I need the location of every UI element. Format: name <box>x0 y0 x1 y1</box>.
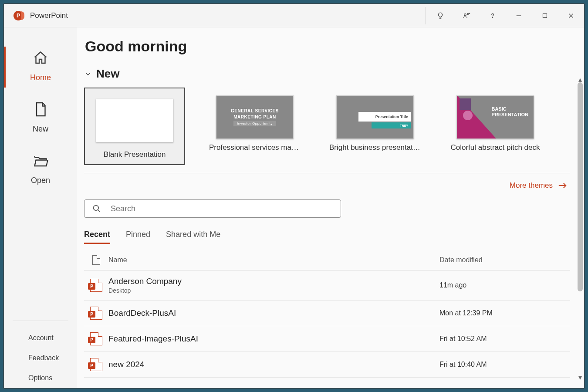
lightbulb-icon[interactable] <box>427 4 453 27</box>
search-box[interactable] <box>84 199 341 218</box>
tab-pinned[interactable]: Pinned <box>126 230 150 244</box>
powerpoint-file-icon: P <box>90 279 102 292</box>
template-thumbnail <box>96 99 173 142</box>
template-blank-presentation[interactable]: Blank Presentation <box>84 88 185 165</box>
sidebar-item-open[interactable]: Open <box>4 144 77 196</box>
sidebar-item-new[interactable]: New <box>4 93 77 144</box>
powerpoint-file-icon: P <box>90 307 102 320</box>
file-date-modified: Fri at 10:52 AM <box>439 335 570 343</box>
template-label: Colorful abstract pitch deck <box>450 143 540 157</box>
svg-point-8 <box>94 206 99 211</box>
template-thumbnail: BASICPRESENTATION <box>456 95 534 139</box>
file-name: new 2024 <box>108 360 439 369</box>
file-name: Featured-Images-PlusAI <box>108 334 439 344</box>
template-colorful-abstract[interactable]: BASICPRESENTATION Colorful abstract pitc… <box>445 88 546 165</box>
minimize-button[interactable] <box>506 4 532 27</box>
home-icon <box>33 50 48 68</box>
search-icon <box>92 204 101 213</box>
template-label: Blank Presentation <box>104 150 166 164</box>
section-collapse-new[interactable]: New <box>84 67 570 81</box>
file-location: Desktop <box>108 287 439 294</box>
main-content: Good morning New Blank Presentation GENE… <box>77 27 584 388</box>
file-list-header: Name Date modified <box>84 252 570 270</box>
more-themes-link[interactable]: More themes <box>84 173 570 199</box>
template-gallery: Blank Presentation GENERAL SERVICES MARK… <box>84 88 570 173</box>
template-thumbnail: Presentation Title TREY <box>336 95 414 139</box>
share-people-icon[interactable] <box>453 4 480 27</box>
powerpoint-app-icon: P <box>14 11 23 20</box>
scroll-up-arrow-icon[interactable]: ▴ <box>577 76 583 82</box>
svg-rect-4 <box>543 14 547 17</box>
template-label: Professional services marke… <box>209 143 301 157</box>
new-file-icon <box>33 101 48 119</box>
file-date-modified: 11m ago <box>439 281 570 289</box>
scrollbar-thumb[interactable] <box>578 82 583 291</box>
divider <box>13 321 68 321</box>
file-date-modified: Mon at 12:39 PM <box>439 309 570 317</box>
sidebar-item-label: New <box>33 125 48 134</box>
sidebar-item-options[interactable]: Options <box>4 368 77 388</box>
vertical-scrollbar[interactable]: ▴ ▾ <box>577 76 583 380</box>
search-input[interactable] <box>111 204 333 213</box>
sidebar-item-home[interactable]: Home <box>4 41 77 93</box>
sidebar-item-label: Home <box>30 73 51 82</box>
file-name: Anderson Company <box>108 277 439 286</box>
more-themes-label: More themes <box>510 181 553 190</box>
svg-line-9 <box>98 210 100 212</box>
help-icon[interactable] <box>480 4 506 27</box>
divider <box>425 7 426 24</box>
open-folder-icon <box>33 153 48 171</box>
app-window: P PowerPoint <box>3 3 585 389</box>
app-name: PowerPoint <box>30 11 68 20</box>
template-bright-business[interactable]: Presentation Title TREY Bright business … <box>324 88 426 165</box>
chevron-down-icon <box>84 70 92 78</box>
column-date-modified[interactable]: Date modified <box>439 256 570 264</box>
powerpoint-file-icon: P <box>90 358 102 371</box>
close-button[interactable] <box>558 4 584 27</box>
template-thumbnail: GENERAL SERVICES MARKETING PLAN Investor… <box>216 95 294 139</box>
arrow-right-icon <box>558 182 568 189</box>
template-professional-services-marketing[interactable]: GENERAL SERVICES MARKETING PLAN Investor… <box>204 88 305 165</box>
file-row[interactable]: PFeatured-Images-PlusAIFri at 10:52 AM <box>84 326 570 352</box>
tab-recent[interactable]: Recent <box>84 230 110 244</box>
backstage-sidebar: Home New Open Account Feedback Options <box>4 27 77 388</box>
svg-point-2 <box>492 17 493 17</box>
file-row[interactable]: Pnew 2024Fri at 10:40 AM <box>84 352 570 378</box>
title-bar: P PowerPoint <box>4 4 584 27</box>
sidebar-item-label: Open <box>31 176 50 185</box>
file-row[interactable]: PBoardDeck-PlusAIMon at 12:39 PM <box>84 301 570 326</box>
section-title: New <box>96 67 119 81</box>
window-controls <box>423 4 584 27</box>
scroll-down-arrow-icon[interactable]: ▾ <box>577 374 583 380</box>
sidebar-item-account[interactable]: Account <box>4 328 77 348</box>
column-name[interactable]: Name <box>108 256 439 264</box>
document-icon <box>92 255 100 265</box>
file-name: BoardDeck-PlusAI <box>108 308 439 318</box>
sidebar-item-feedback[interactable]: Feedback <box>4 348 77 368</box>
svg-point-1 <box>467 13 469 15</box>
greeting-heading: Good morning <box>85 38 570 55</box>
file-list-tabs: Recent Pinned Shared with Me <box>84 230 570 244</box>
svg-point-0 <box>464 14 466 16</box>
tab-shared-with-me[interactable]: Shared with Me <box>166 230 220 244</box>
powerpoint-file-icon: P <box>90 332 102 345</box>
file-date-modified: Fri at 10:40 AM <box>439 361 570 368</box>
recent-file-list: PAnderson CompanyDesktop11m agoPBoardDec… <box>84 270 570 378</box>
maximize-button[interactable] <box>532 4 558 27</box>
template-label: Bright business presentation <box>329 143 421 157</box>
file-row[interactable]: PAnderson CompanyDesktop11m ago <box>84 270 570 301</box>
